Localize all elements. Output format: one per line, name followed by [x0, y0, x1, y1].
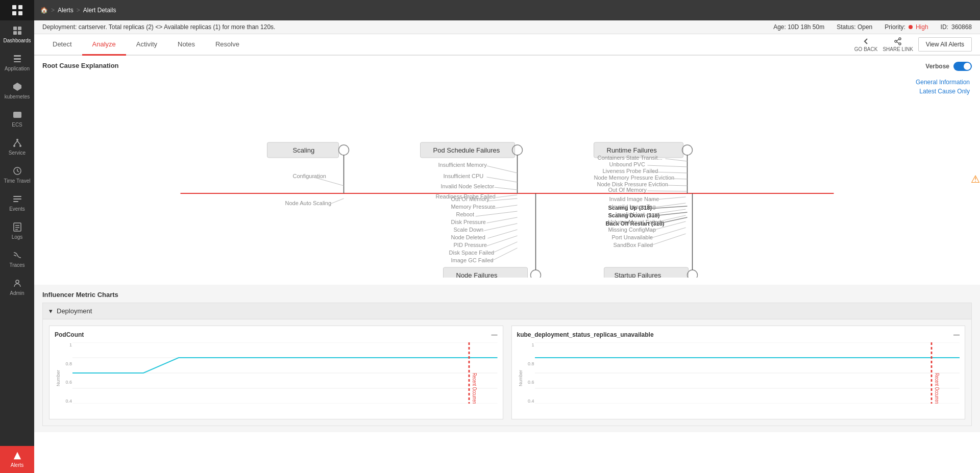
sidebar-item-application[interactable]: Application: [0, 48, 34, 77]
svg-text:Disk Pressure: Disk Pressure: [451, 219, 486, 225]
svg-point-14: [16, 139, 18, 141]
latest-cause-link[interactable]: Latest Cause Only: [919, 88, 970, 95]
svg-text:Out Of Memory: Out Of Memory: [608, 187, 647, 193]
verbose-toggle[interactable]: [953, 62, 972, 71]
charts-row: PodCount — Number: [43, 319, 971, 426]
svg-text:Node Memory Pressure Eviction: Node Memory Pressure Eviction: [594, 175, 675, 181]
svg-line-86: [476, 211, 518, 216]
sidebar-item-ecs[interactable]: ECS: [0, 105, 34, 133]
svg-text:Out Of Memory: Out Of Memory: [451, 196, 490, 202]
deployment-header[interactable]: ▾ Deployment: [43, 303, 971, 319]
svg-text:Recent Occurrence: Recent Occurrence: [472, 373, 478, 404]
svg-point-29: [899, 38, 901, 40]
verbose-label: Verbose: [925, 63, 949, 70]
tab-analyze[interactable]: Analyze: [82, 34, 126, 56]
svg-text:Memory Pressure: Memory Pressure: [451, 204, 496, 210]
svg-rect-10: [14, 61, 21, 62]
svg-text:Reboot: Reboot: [456, 211, 474, 217]
breadcrumb-current: Alert Details: [83, 7, 116, 14]
verbose-toggle-area: Verbose: [925, 62, 972, 71]
sidebar-item-dashboards[interactable]: Dashboards: [0, 20, 34, 48]
svg-rect-9: [14, 58, 21, 60]
svg-text:Node Deleted: Node Deleted: [451, 234, 485, 240]
svg-rect-8: [14, 55, 21, 57]
tabs: Detect Analyze Activity Notes Resolve: [42, 34, 250, 55]
svg-rect-1: [18, 5, 22, 9]
view-all-alerts-button[interactable]: View All Alerts: [918, 37, 972, 52]
svg-line-62: [648, 165, 688, 167]
svg-text:Scale Down: Scale Down: [454, 227, 484, 233]
svg-text:Unbound PVC: Unbound PVC: [609, 161, 645, 167]
go-back-button[interactable]: GO BACK: [854, 37, 878, 52]
breadcrumb: 🏠 > Alerts > Alert Details: [40, 7, 116, 14]
home-icon[interactable]: 🏠: [40, 7, 48, 14]
tab-activity[interactable]: Activity: [126, 34, 167, 56]
svg-text:Disk Space Failed: Disk Space Failed: [449, 250, 495, 256]
general-info-link[interactable]: General Information: [916, 79, 970, 86]
svg-rect-0: [12, 5, 16, 9]
toggle-knob: [964, 63, 971, 70]
svg-rect-20: [13, 196, 21, 197]
svg-line-70: [648, 191, 688, 191]
svg-point-79: [531, 270, 541, 278]
tab-resolve[interactable]: Resolve: [205, 34, 250, 56]
svg-line-90: [484, 223, 518, 231]
tab-notes[interactable]: Notes: [167, 34, 205, 56]
sidebar-item-kubernetes[interactable]: kubernetes: [0, 77, 34, 105]
influencer-header: Influencer Metric Charts: [42, 291, 972, 298]
svg-line-42: [331, 198, 344, 204]
sidebar-item-traces[interactable]: Traces: [0, 245, 34, 273]
alert-priority: Priority: High: [885, 23, 928, 31]
sidebar-item-time-travel[interactable]: Time Travel: [0, 161, 34, 189]
svg-point-31: [899, 43, 901, 45]
sidebar: Dashboards Application kubernetes ECS Se…: [0, 0, 34, 473]
chart2-minimize-icon[interactable]: —: [953, 331, 960, 338]
sidebar-logo[interactable]: [0, 0, 34, 20]
svg-text:PID Pressure: PID Pressure: [454, 242, 487, 248]
svg-text:Node Auto Scaling: Node Auto Scaling: [285, 200, 332, 206]
svg-text:Containers State Transit...: Containers State Transit...: [598, 155, 663, 161]
svg-text:Insufficient CPU: Insufficient CPU: [444, 173, 484, 179]
tab-actions: GO BACK SHARE LINK View All Alerts: [854, 37, 972, 52]
svg-line-40: [313, 177, 344, 186]
root-cause-label: Root Cause Explanation Verbose: [34, 56, 980, 73]
svg-rect-5: [18, 27, 21, 30]
svg-rect-6: [13, 31, 17, 35]
svg-text:Configuration: Configuration: [293, 173, 326, 179]
svg-line-17: [14, 141, 17, 145]
svg-marker-28: [13, 452, 20, 459]
svg-rect-2: [12, 11, 16, 15]
svg-text:Invalid Image Tag: Invalid Image Tag: [612, 204, 656, 210]
influencer-section: Influencer Metric Charts ▾ Deployment Po…: [34, 285, 980, 432]
chart-minimize-icon[interactable]: —: [492, 331, 498, 338]
svg-rect-21: [13, 198, 21, 200]
share-link-button[interactable]: SHARE LINK: [883, 37, 913, 52]
sidebar-item-events[interactable]: Events: [0, 189, 34, 217]
chevron-down-icon: ▾: [49, 307, 53, 315]
deployment-label: Deployment: [57, 307, 92, 315]
main-content: 🏠 > Alerts > Alert Details Deployment: c…: [34, 0, 980, 473]
sidebar-alerts[interactable]: Alerts: [0, 446, 34, 473]
svg-point-30: [895, 40, 897, 42]
svg-line-96: [491, 242, 518, 254]
alert-infobar: Deployment: cartserver. Total replicas (…: [34, 20, 980, 34]
svg-text:Insufficient Memory: Insufficient Memory: [438, 162, 487, 168]
svg-text:Port Unavailable: Port Unavailable: [612, 234, 653, 240]
alert-age: Age: 10D 18h 50m: [773, 23, 824, 31]
breadcrumb-alerts[interactable]: Alerts: [58, 7, 74, 14]
sidebar-item-service[interactable]: Service: [0, 133, 34, 161]
svg-point-57: [682, 145, 693, 155]
sidebar-item-logs[interactable]: Logs: [0, 217, 34, 245]
chart-podcount-title: PodCount —: [55, 331, 498, 338]
sidebar-item-admin[interactable]: Admin: [0, 273, 34, 301]
svg-text:Liveness Probe Failed: Liveness Probe Failed: [603, 168, 658, 174]
alert-meta: Age: 10D 18h 50m Status: Open Priority: …: [773, 23, 972, 31]
svg-text:Startup Failures: Startup Failures: [615, 271, 662, 278]
svg-point-13: [16, 113, 19, 116]
svg-text:Node Failures: Node Failures: [456, 271, 498, 278]
deployment-group: ▾ Deployment PodCount — Number: [42, 303, 972, 426]
tab-detect[interactable]: Detect: [42, 34, 82, 56]
svg-line-54: [496, 195, 518, 197]
svg-text:Volume Mount Failed: Volume Mount Failed: [608, 219, 661, 225]
svg-point-15: [13, 145, 15, 147]
